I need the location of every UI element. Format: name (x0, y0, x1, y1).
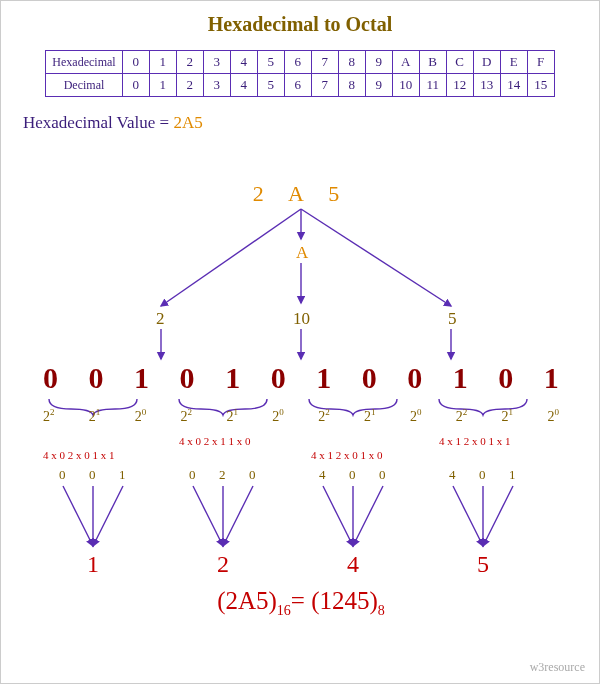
bit: 1 (453, 361, 468, 395)
row-header-hex: Hexadecimal (46, 51, 122, 74)
node-A: A (296, 243, 308, 263)
cell: 9 (365, 74, 392, 97)
hex-value: 2A5 (173, 113, 202, 132)
row-header-dec: Decimal (46, 74, 122, 97)
power-label: 20 (410, 407, 422, 425)
svg-line-16 (453, 486, 483, 546)
cell: 11 (419, 74, 446, 97)
bit: 0 (180, 361, 195, 395)
cell: F (527, 51, 554, 74)
hex-value-label: Hexadecimal Value = (23, 113, 173, 132)
add-group-4: 4 x 1 2 x 0 1 x 1 (439, 435, 511, 447)
table-row-dec: Decimal 0 1 2 3 4 5 6 7 8 9 10 11 12 13 … (46, 74, 554, 97)
binary-bits: 001010100101 (43, 361, 559, 395)
t: 0 (349, 467, 356, 483)
cell: 0 (122, 51, 149, 74)
add-group-3: 4 x 1 2 x 0 1 x 0 (311, 449, 383, 461)
digit-5: 5 (448, 309, 457, 329)
add-group-1: 4 x 0 2 x 0 1 x 1 (43, 449, 115, 461)
result-equation: (2A5)16= (1245)8 (1, 587, 600, 619)
eq-hex: 2A5 (225, 587, 268, 614)
svg-line-15 (353, 486, 383, 546)
t: 4 (449, 467, 456, 483)
svg-line-18 (483, 486, 513, 546)
cell: 7 (311, 51, 338, 74)
cell: 9 (365, 51, 392, 74)
cell: 0 (122, 74, 149, 97)
cell: 14 (500, 74, 527, 97)
conversion-diagram: 2 A 5 (1, 181, 600, 621)
page-title: Hexadecimal to Octal (1, 1, 599, 36)
cell: 3 (203, 51, 230, 74)
bit: 1 (544, 361, 559, 395)
t: 0 (59, 467, 66, 483)
power-label: 22 (43, 407, 55, 425)
eq-base16: 16 (277, 603, 291, 618)
power-label: 21 (502, 407, 514, 425)
cell: 2 (176, 74, 203, 97)
cell: 6 (284, 51, 311, 74)
cell: 1 (149, 74, 176, 97)
cell: 1 (149, 51, 176, 74)
power-label: 21 (226, 407, 238, 425)
t: 2 (219, 467, 226, 483)
power-label: 20 (547, 407, 559, 425)
eq-equals: = (291, 587, 305, 614)
bit: 1 (225, 361, 240, 395)
t: 0 (89, 467, 96, 483)
cell: E (500, 51, 527, 74)
t: 1 (119, 467, 126, 483)
cell: 6 (284, 74, 311, 97)
hex-value-line: Hexadecimal Value = 2A5 (23, 113, 599, 133)
bit: 0 (89, 361, 104, 395)
octal-d3: 4 (347, 551, 359, 578)
svg-line-10 (193, 486, 223, 546)
eq-base8: 8 (378, 603, 385, 618)
svg-line-0 (161, 209, 301, 306)
cell: D (473, 51, 500, 74)
hex-decimal-lookup-table: Hexadecimal 0 1 2 3 4 5 6 7 8 9 A B C D … (45, 50, 554, 97)
svg-line-12 (223, 486, 253, 546)
bit: 0 (43, 361, 58, 395)
cell: 5 (257, 51, 284, 74)
t: 0 (249, 467, 256, 483)
cell: 12 (446, 74, 473, 97)
digit-2: 2 (156, 309, 165, 329)
eq-oct: 1245 (320, 587, 370, 614)
svg-line-7 (63, 486, 93, 546)
octal-d4: 5 (477, 551, 489, 578)
add-group-2: 4 x 0 2 x 1 1 x 0 (179, 435, 251, 447)
cell: B (419, 51, 446, 74)
bit: 1 (316, 361, 331, 395)
page: Hexadecimal to Octal Hexadecimal 0 1 2 3… (0, 0, 600, 684)
bit: 0 (362, 361, 377, 395)
power-label: 21 (89, 407, 101, 425)
svg-line-9 (93, 486, 123, 546)
t: 0 (189, 467, 196, 483)
power-label: 20 (272, 407, 284, 425)
cell: C (446, 51, 473, 74)
cell: 13 (473, 74, 500, 97)
cell: 8 (338, 51, 365, 74)
bit: 0 (407, 361, 422, 395)
cell: 4 (230, 74, 257, 97)
cell: 5 (257, 74, 284, 97)
t: 0 (479, 467, 486, 483)
cell: 4 (230, 51, 257, 74)
power-label: 22 (181, 407, 193, 425)
bit: 0 (271, 361, 286, 395)
octal-d1: 1 (87, 551, 99, 578)
cell: 10 (392, 74, 419, 97)
t: 1 (509, 467, 516, 483)
power-labels: 222120222120222120222120 (43, 407, 559, 425)
svg-line-13 (323, 486, 353, 546)
octal-d2: 2 (217, 551, 229, 578)
cell: 2 (176, 51, 203, 74)
t: 4 (319, 467, 326, 483)
bit: 1 (134, 361, 149, 395)
cell: 7 (311, 74, 338, 97)
bit: 0 (498, 361, 513, 395)
svg-line-2 (301, 209, 451, 306)
cell: 15 (527, 74, 554, 97)
power-label: 22 (318, 407, 330, 425)
